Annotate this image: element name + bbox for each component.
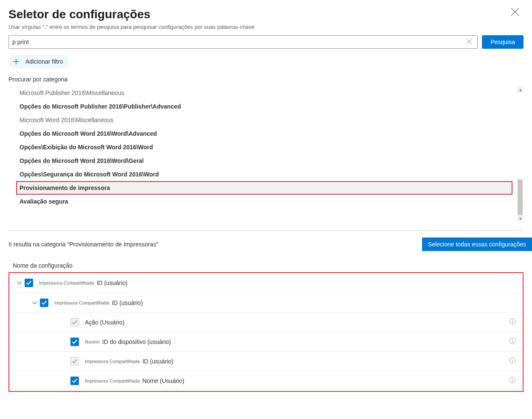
category-item[interactable]: Microsoft Publisher 2016\Miscellaneous bbox=[20, 86, 524, 100]
category-item[interactable]: Provisionamento de impressora bbox=[16, 181, 512, 195]
results-count: 6 bbox=[8, 241, 12, 248]
item-label: ID (usuário) bbox=[97, 279, 128, 286]
item-prefix: Impressora Compartilhada bbox=[85, 378, 140, 383]
item-label: Ação (Usuário) bbox=[85, 319, 124, 326]
search-hint: Usar vírgulas "," entre os termos de pes… bbox=[8, 24, 524, 30]
checkbox[interactable] bbox=[25, 279, 33, 287]
plus-icon bbox=[11, 56, 21, 67]
info-icon[interactable] bbox=[509, 357, 516, 365]
info-icon[interactable] bbox=[509, 377, 516, 385]
settings-tree: Impressora CompartilhadaID (usuário)Impr… bbox=[8, 272, 524, 392]
checkbox[interactable] bbox=[70, 377, 79, 385]
category-item[interactable]: Opções do Microsoft Word 2016\Word\Geral bbox=[20, 154, 524, 168]
checkbox bbox=[70, 357, 79, 366]
search-box[interactable] bbox=[8, 35, 478, 49]
item-prefix: Impressora Compartilhada bbox=[85, 359, 140, 364]
page-title: Seletor de configurações bbox=[8, 8, 151, 21]
search-input[interactable] bbox=[12, 39, 465, 45]
chevron-down-icon[interactable] bbox=[30, 300, 40, 306]
checkbox bbox=[70, 318, 79, 327]
search-button[interactable]: Pesquisa bbox=[482, 35, 524, 49]
tree-row: Impressora CompartilhadaID (usuário) bbox=[9, 293, 523, 312]
chevron-down-icon[interactable] bbox=[14, 280, 25, 286]
close-button[interactable] bbox=[511, 8, 519, 17]
scrollbar[interactable]: ▴ ▾ bbox=[517, 86, 524, 222]
add-filter-label: Adicionar filtro bbox=[25, 58, 63, 65]
item-prefix: Impressora Compartilhada bbox=[54, 300, 109, 305]
tree-row: Impressora CompartilhadaNome (Usuário) bbox=[9, 371, 523, 390]
close-icon bbox=[466, 39, 472, 45]
add-filter-button[interactable]: Adicionar filtro bbox=[8, 55, 69, 68]
category-item[interactable]: Microsoft Word 2016\Miscellaneous bbox=[20, 113, 524, 127]
scroll-thumb[interactable] bbox=[518, 179, 523, 218]
results-summary: 6 resulta na categoria "Provisionamento … bbox=[8, 241, 158, 248]
item-label: ID do dispositivo (usuário) bbox=[102, 338, 171, 345]
item-label: Nome (Usuário) bbox=[143, 377, 185, 384]
category-item[interactable]: Opções do Microsoft Word 2016\Word\Advan… bbox=[20, 127, 524, 140]
browse-category-label: Procurar por categoria bbox=[8, 76, 524, 83]
divider bbox=[8, 230, 524, 231]
close-icon bbox=[511, 8, 519, 16]
item-label: ID (usuário) bbox=[112, 299, 143, 306]
results-text: resulta na categoria "Provisionamento de… bbox=[14, 241, 158, 248]
info-icon[interactable] bbox=[509, 338, 516, 346]
category-item[interactable]: Opções\Segurança do Microsoft Word 2016\… bbox=[20, 168, 524, 181]
tree-row: NuvemID do dispositivo (usuário) bbox=[9, 332, 523, 351]
checkbox[interactable] bbox=[40, 299, 48, 307]
clear-search-button[interactable] bbox=[465, 39, 474, 46]
item-label: ID (usuário) bbox=[143, 358, 174, 365]
tree-row: Impressora CompartilhadaID (usuário) bbox=[9, 273, 523, 293]
category-item[interactable]: Avaliação segura bbox=[20, 195, 524, 208]
item-prefix: Impressora Compartilhada bbox=[39, 280, 94, 285]
column-header: Nome da configuração bbox=[13, 262, 524, 269]
item-prefix: Nuvem bbox=[85, 339, 100, 344]
tree-row: Ação (Usuário) bbox=[9, 312, 523, 332]
tree-row: Impressora CompartilhadaID (usuário) bbox=[9, 351, 523, 371]
category-item[interactable]: Opções do Microsoft Publisher 2016\Publi… bbox=[20, 100, 524, 113]
checkbox[interactable] bbox=[70, 338, 79, 346]
scroll-down-arrow-icon[interactable]: ▾ bbox=[517, 215, 524, 222]
category-item[interactable]: Opções\Exibição do Microsoft Word 2016\W… bbox=[20, 140, 524, 154]
scroll-up-arrow-icon[interactable]: ▴ bbox=[517, 86, 524, 93]
select-all-button[interactable]: Selecione todas essas configurações bbox=[422, 237, 532, 251]
info-icon[interactable] bbox=[509, 318, 516, 326]
